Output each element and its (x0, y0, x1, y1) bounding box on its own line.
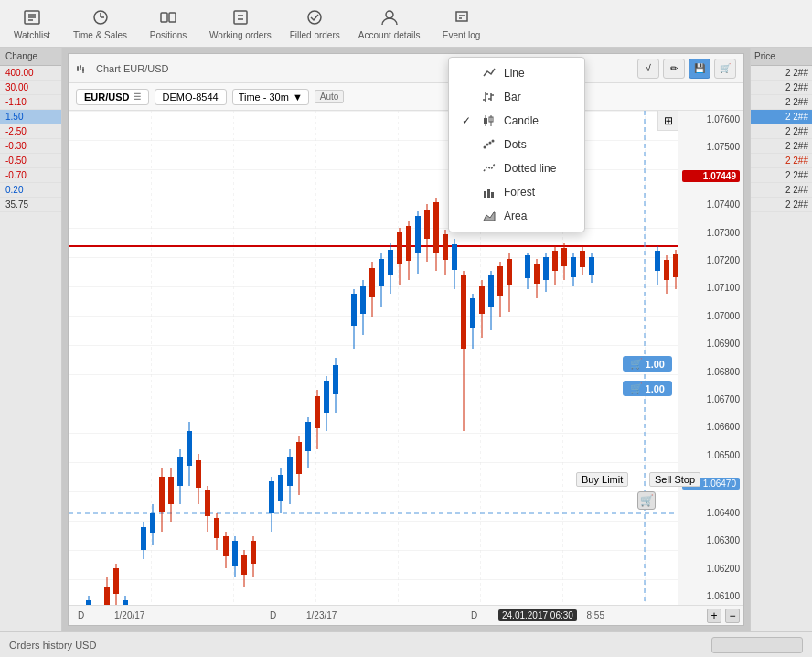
save-button[interactable]: 💾 (689, 59, 710, 79)
svg-rect-50 (187, 431, 192, 466)
list-item: 2 2## (751, 95, 812, 110)
list-item: 2 2## (751, 81, 812, 95)
svg-rect-128 (571, 257, 576, 277)
date-label-2: 1/23/17 (306, 610, 337, 620)
svg-rect-40 (141, 527, 146, 550)
chart-type-line[interactable]: Line (449, 61, 584, 85)
svg-rect-90 (388, 250, 393, 275)
chart-type-dotted-line[interactable]: Dotted line (449, 156, 584, 180)
svg-rect-118 (525, 255, 530, 278)
svg-point-162 (492, 140, 495, 143)
sell-stop-label: Sell Stop (649, 472, 700, 487)
svg-rect-116 (507, 259, 512, 285)
crosshair-order-icon[interactable]: 🛒 (637, 491, 656, 510)
symbol-row: EUR/USD ☰ DEMO-8544 Time - 30m ▼ Auto (69, 83, 743, 111)
zoom-plus-button[interactable]: + (707, 609, 721, 623)
svg-rect-163 (484, 191, 486, 198)
list-item: 2 2## (751, 110, 812, 124)
svg-rect-134 (655, 251, 660, 271)
watchlist-icon (21, 6, 43, 28)
toolbar-watchlist[interactable]: Watchlist (9, 6, 55, 40)
toolbar-working-orders[interactable]: Working orders (209, 6, 272, 40)
time-sales-icon (90, 6, 112, 28)
left-panel-header: Change (0, 48, 61, 66)
account-badge[interactable]: DEMO-8544 (155, 89, 227, 105)
svg-point-159 (484, 146, 486, 149)
toolbar-time-sales[interactable]: Time & Sales (73, 6, 127, 40)
zoom-controls: + − (678, 605, 743, 625)
svg-rect-102 (443, 234, 448, 260)
order-button-2[interactable]: 🛒 1.00 (623, 381, 672, 396)
svg-rect-58 (223, 536, 229, 556)
chart-toolbar: Chart EUR/USD √ ✏ 💾 🛒 (69, 54, 743, 83)
svg-rect-110 (479, 286, 485, 314)
chart-type-forest[interactable]: Forest (449, 180, 584, 204)
chart-type-dropdown: Line Bar ✓ Candle (448, 57, 585, 232)
svg-rect-64 (251, 541, 256, 564)
toolbar-event-log[interactable]: Event log (439, 6, 485, 40)
svg-point-13 (386, 11, 393, 18)
list-item: 2 2## (751, 66, 812, 81)
chart-title: Chart EUR/USD (96, 63, 168, 74)
svg-rect-94 (406, 226, 411, 261)
bar-icon (482, 90, 497, 104)
svg-rect-60 (232, 541, 238, 566)
toolbar-filled-orders[interactable]: Filled orders (290, 6, 340, 40)
grid-icon[interactable]: ⊞ (657, 111, 678, 131)
chart-type-area[interactable]: Area (449, 204, 584, 228)
svg-point-161 (489, 142, 492, 145)
d-label-3: D (471, 610, 477, 620)
svg-rect-130 (580, 251, 585, 267)
orders-history-label[interactable]: Orders history USD (9, 640, 96, 651)
sqrt-button[interactable]: √ (637, 59, 659, 79)
svg-rect-78 (324, 381, 329, 413)
svg-rect-62 (241, 555, 247, 575)
list-item: -2.50 (0, 124, 61, 139)
toolbar-account[interactable]: Account details (358, 6, 421, 40)
svg-rect-66 (269, 481, 274, 513)
timeframe-select[interactable]: Time - 30m ▼ (232, 89, 309, 105)
svg-rect-124 (552, 251, 558, 271)
svg-rect-76 (315, 396, 320, 428)
chart-type-candle[interactable]: ✓ Candle (449, 109, 584, 133)
date-label-3: 24.01.2017 06:30 (498, 609, 577, 621)
pencil-button[interactable]: ✏ (663, 59, 685, 79)
symbol-badge[interactable]: EUR/USD ☰ (76, 89, 149, 105)
working-orders-icon (230, 6, 251, 28)
svg-rect-46 (168, 477, 174, 504)
dots-icon (482, 137, 497, 152)
chart-type-dots[interactable]: Dots (449, 133, 584, 156)
cart-button[interactable]: 🛒 (714, 59, 736, 79)
list-item: 2 2## (751, 183, 812, 198)
svg-rect-88 (379, 259, 384, 286)
list-item: 35.75 (0, 198, 61, 212)
price-axis: 1.07600 1.07500 1.07449 1.07400 1.07300 … (678, 111, 743, 605)
zoom-minus-button[interactable]: − (725, 609, 740, 623)
svg-rect-136 (664, 260, 669, 280)
svg-rect-108 (470, 298, 475, 328)
svg-rect-25 (69, 111, 678, 605)
svg-rect-126 (561, 248, 567, 266)
svg-rect-44 (159, 477, 165, 512)
chart-type-bar[interactable]: Bar (449, 85, 584, 109)
toolbar-positions[interactable]: Positions (145, 6, 191, 40)
chart-controls: √ ✏ 💾 🛒 (637, 59, 736, 79)
svg-rect-36 (113, 568, 119, 594)
svg-rect-68 (278, 475, 283, 501)
svg-rect-82 (351, 294, 357, 326)
list-item: 2 2## (751, 124, 812, 139)
list-item: 2 2## (751, 168, 812, 183)
d-label-2: D (270, 610, 276, 620)
current-price-label: 1.07449 (682, 170, 740, 182)
d-label-1: D (78, 610, 84, 620)
chart-canvas[interactable]: 1.07600 1.07500 1.07449 1.07400 1.07300 … (69, 111, 743, 625)
order-button-1[interactable]: 🛒 1.00 (623, 356, 672, 372)
chart-icon (76, 61, 91, 76)
svg-rect-21 (82, 69, 84, 71)
list-item: -0.70 (0, 168, 61, 183)
svg-rect-156 (484, 118, 487, 124)
chart-container: Chart EUR/USD √ ✏ 💾 🛒 EUR/USD ☰ DEMO-854… (68, 53, 744, 626)
svg-rect-80 (333, 365, 338, 394)
top-toolbar: Watchlist Time & Sales Positions (0, 0, 812, 48)
list-item: 30.00 (0, 81, 61, 95)
